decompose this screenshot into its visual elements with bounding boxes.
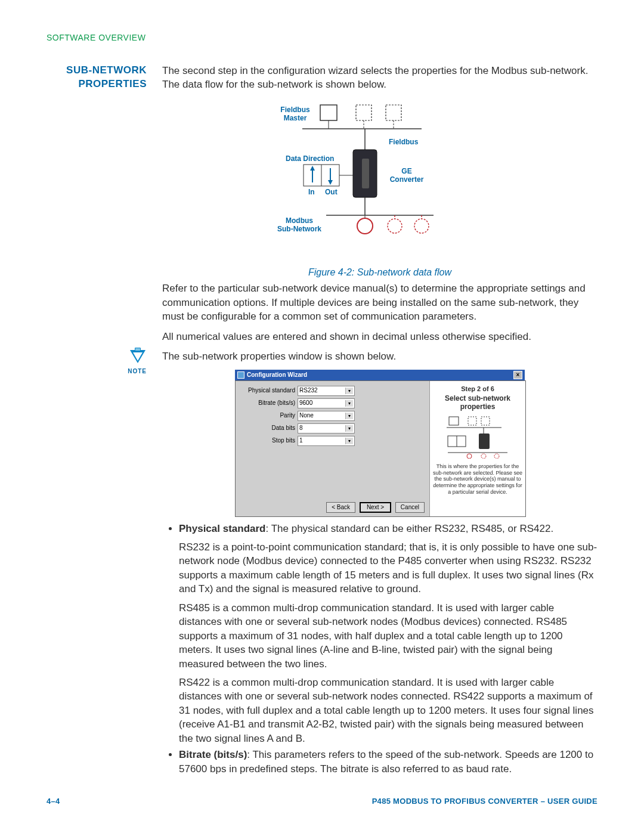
select-databits[interactable]: 8▾	[298, 423, 355, 433]
bullet-text: : The physical standard can be either RS…	[266, 523, 554, 534]
paragraph: RS422 is a common multi-drop communicati…	[179, 676, 597, 745]
svg-rect-2	[135, 348, 140, 351]
svg-point-25	[388, 219, 402, 233]
page-number: 4–4	[47, 797, 60, 806]
chevron-down-icon: ▾	[345, 413, 353, 419]
svg-rect-34	[479, 433, 490, 449]
svg-point-40	[494, 454, 499, 459]
wizard-side-desc: This is where the properties for the sub…	[432, 463, 523, 496]
note-label: NOTE	[47, 368, 147, 374]
svg-rect-7	[356, 105, 371, 120]
chevron-down-icon: ▾	[345, 400, 353, 407]
svg-marker-19	[328, 180, 333, 185]
svg-rect-31	[481, 417, 490, 425]
figure-diagram: FieldbusMaster Fieldbus Data Direction I…	[162, 99, 597, 280]
label-parity: Parity	[240, 411, 298, 420]
svg-rect-13	[362, 159, 369, 188]
diagram-label-ge-converter: GEConverter	[386, 168, 428, 184]
wizard-side-heading: Select sub-network properties	[432, 395, 523, 411]
select-value: None	[299, 411, 314, 420]
paragraph: All numerical values are entered and sho…	[162, 330, 597, 343]
svg-point-27	[414, 219, 429, 233]
paragraph: The second step in the configuration wiz…	[162, 64, 597, 92]
select-value: 1	[299, 436, 303, 445]
diagram-label-in: In	[308, 188, 315, 197]
select-value: 8	[299, 424, 303, 432]
diagram-label-out: Out	[325, 188, 338, 197]
select-value: 9600	[299, 399, 312, 407]
chevron-down-icon: ▾	[345, 425, 353, 432]
wizard-title: Configuration Wizard	[247, 371, 307, 379]
section-heading-line2: PROPERTIES	[47, 78, 147, 91]
select-value: RS232	[299, 386, 318, 395]
select-parity[interactable]: None▾	[298, 411, 355, 421]
list-item: Bitrate (bits/s): This parameters refers…	[179, 748, 597, 776]
svg-rect-9	[386, 105, 401, 120]
label-databits: Data bits	[240, 424, 298, 432]
paragraph: RS232 is a point-to-point communication …	[179, 540, 597, 596]
cancel-button[interactable]: Cancel	[395, 502, 425, 513]
svg-point-38	[467, 454, 472, 459]
select-stopbits[interactable]: 1▾	[298, 436, 355, 446]
wizard-titlebar: Configuration Wizard ×	[235, 370, 525, 380]
bullet-lead: Bitrate (bits/s)	[179, 749, 247, 760]
paragraph: The sub-network properties window is sho…	[162, 349, 597, 363]
note-icon: NOTE	[47, 348, 147, 374]
svg-point-23	[357, 218, 373, 234]
chevron-down-icon: ▾	[345, 388, 353, 394]
chevron-down-icon: ▾	[345, 438, 353, 444]
wizard-side-diagram	[442, 414, 513, 459]
diagram-label-fieldbus-master: FieldbusMaster	[277, 106, 313, 123]
label-bitrate: Bitrate (bits/s)	[240, 399, 298, 407]
figure-caption: Figure 4-2: Sub-network data flow	[162, 266, 597, 279]
wizard-step: Step 2 of 6	[432, 385, 523, 394]
wizard-screenshot: Configuration Wizard × Physical standard…	[162, 370, 597, 517]
diagram-label-modbus-subnet: ModbusSub-Network	[273, 217, 326, 234]
chapter-heading: SOFTWARE OVERVIEW	[47, 33, 597, 42]
label-physical-standard: Physical standard	[240, 386, 298, 395]
paragraph: RS485 is a common multi-drop communicati…	[179, 601, 597, 671]
back-button[interactable]: < Back	[326, 502, 355, 513]
app-icon	[237, 371, 244, 379]
svg-rect-29	[449, 417, 459, 425]
paragraph: Refer to the particular sub-network devi…	[162, 281, 597, 323]
select-bitrate[interactable]: 9600▾	[298, 398, 355, 408]
diagram-label-data-direction: Data Direction	[286, 155, 334, 163]
section-heading-line1: SUB-NETWORK	[47, 64, 147, 78]
svg-marker-17	[310, 166, 315, 171]
footer-doc-title: P485 MODBUS TO PROFIBUS CONVERTER – USER…	[372, 797, 597, 806]
list-item: Physical standard: The physical standard…	[179, 522, 597, 535]
select-physical-standard[interactable]: RS232▾	[298, 386, 355, 396]
next-button[interactable]: Next >	[360, 502, 391, 513]
label-stopbits: Stop bits	[240, 436, 298, 445]
close-icon[interactable]: ×	[513, 371, 522, 379]
svg-rect-4	[320, 105, 337, 120]
svg-rect-30	[468, 417, 476, 425]
diagram-label-fieldbus: Fieldbus	[389, 138, 418, 147]
section-heading: SUB-NETWORK PROPERTIES	[47, 64, 147, 91]
bullet-lead: Physical standard	[179, 523, 266, 534]
svg-point-39	[481, 454, 486, 459]
